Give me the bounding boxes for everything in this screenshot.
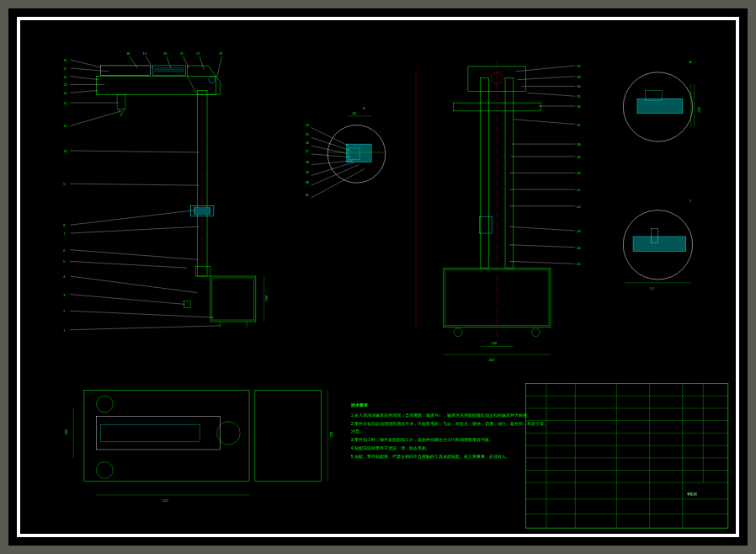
svg-text:24: 24 [306,123,310,127]
svg-rect-16 [195,266,210,276]
svg-text:42: 42 [577,205,580,209]
svg-text:45: 45 [577,262,581,266]
svg-rect-9 [100,66,150,76]
svg-text:130: 130 [491,341,497,345]
svg-line-105 [518,77,576,80]
svg-line-73 [311,146,349,154]
svg-text:40: 40 [577,171,581,175]
detail-top-right: A 200 [623,60,700,141]
svg-rect-146 [100,425,200,442]
svg-rect-97 [480,216,492,233]
svg-line-26 [70,90,98,93]
svg-line-58 [184,56,189,68]
svg-text:1.装入深沟球轴承前并润润（含润滑脂，轴承外），轴承填充并能: 1.装入深沟球轴承前并润润（含润滑脂，轴承外），轴承填充并能能够起动过程的轴承并… [351,413,531,418]
svg-rect-144 [84,390,249,481]
callouts-left: 16 17 15 13 14 12 11 10 9 8 7 6 5 4 3 2 … [63,58,220,333]
svg-text:A: A [689,60,692,64]
svg-line-125 [509,226,575,231]
svg-line-32 [70,151,199,152]
svg-text:6: 6 [63,248,65,253]
svg-text:60: 60 [353,111,357,115]
svg-text:19: 19 [142,51,146,56]
svg-line-40 [70,250,198,260]
svg-text:3: 3 [63,293,65,297]
svg-text:11: 11 [63,124,67,128]
svg-text:1: 1 [63,328,65,333]
svg-line-54 [146,56,152,68]
svg-line-18 [70,60,100,67]
svg-line-48 [70,311,214,317]
svg-line-44 [70,276,197,293]
svg-text:44: 44 [577,246,581,250]
svg-text:3.零件加工时，钢件表面面加工方，表面并找耦合力大円和润滑脂: 3.零件加工时，钢件表面面加工方，表面并找耦合力大円和润滑脂滑弄均条。 [351,437,493,442]
svg-text:37: 37 [577,123,580,127]
view-side-elevation [97,66,256,328]
svg-text:16: 16 [63,58,67,62]
svg-text:B: B [363,106,365,110]
svg-text:200: 200 [64,429,68,434]
svg-text:510: 510 [162,498,168,503]
svg-line-36 [70,210,195,226]
svg-text:36: 36 [577,104,580,109]
svg-point-149 [97,462,114,479]
svg-line-56 [167,56,171,68]
svg-text:8: 8 [63,223,65,227]
svg-line-129 [509,261,575,264]
svg-text:2: 2 [63,309,65,313]
view-plan: 200 200 510 200 [64,276,333,503]
svg-text:2.零件会装前必须清理和清洗干净，不能有毛刺，飞边，对应点，: 2.零件会装前必须清理和清洗干净，不能有毛刺，飞边，对应点，锈蚀，切屑，油污，着… [351,421,548,426]
svg-rect-133 [637,99,683,114]
callouts-top: 18 19 20 21 22 23 [126,51,222,76]
svg-line-113 [514,120,576,125]
svg-rect-151 [255,390,321,481]
svg-text:15: 15 [63,75,67,79]
svg-point-14 [209,77,216,83]
svg-text:23: 23 [219,51,222,56]
svg-text:21: 21 [180,51,184,56]
cad-drawing: 16 17 15 13 14 12 11 10 9 8 7 6 5 4 3 2 … [20,20,736,534]
svg-text:技术要求: 技术要求 [350,402,369,408]
svg-rect-167 [526,384,728,529]
svg-text:注意。: 注意。 [351,429,364,434]
svg-line-75 [311,154,351,157]
svg-text:5.装配，零件装配测，严禁合相间不含接触的工具表面装配。校正: 5.装配，零件装配测，严禁合相间不含接触的工具表面装配。校正测量量，必须对人。 [351,454,510,459]
svg-text:18: 18 [126,51,130,56]
svg-text:5: 5 [63,259,66,264]
svg-text:20: 20 [163,51,168,56]
svg-text:31: 31 [306,193,309,197]
svg-line-127 [509,245,575,248]
svg-rect-15 [117,94,125,109]
svg-line-38 [70,226,199,233]
svg-line-50 [70,326,220,330]
svg-point-148 [97,396,114,413]
svg-text:35: 35 [577,94,581,99]
svg-line-81 [311,165,359,186]
svg-text:32: 32 [577,64,580,68]
svg-text:30: 30 [306,180,310,184]
svg-text:200: 200 [329,431,333,437]
svg-text:43: 43 [577,229,580,233]
svg-text:14: 14 [63,91,67,95]
svg-text:10: 10 [63,149,67,153]
svg-text:34: 34 [577,84,581,88]
svg-point-90 [531,328,540,337]
svg-rect-17 [184,301,191,307]
svg-text:4: 4 [63,274,66,279]
svg-text:200: 200 [697,107,701,113]
svg-text:25: 25 [306,132,310,136]
svg-line-22 [70,77,98,80]
svg-rect-1 [212,278,254,320]
svg-text:41: 41 [577,188,580,192]
svg-text:38: 38 [577,142,580,146]
svg-text:28: 28 [306,160,309,164]
outer-border: 16 17 15 13 14 12 11 10 9 8 7 6 5 4 3 2 … [8,8,748,546]
svg-text:7: 7 [63,232,65,236]
svg-text:29: 29 [306,170,309,174]
svg-text:27: 27 [306,149,309,153]
svg-text:39: 39 [577,155,580,159]
title-block: 装配图 [526,384,728,529]
svg-rect-7 [194,208,210,215]
svg-line-20 [70,68,109,72]
svg-line-62 [217,56,222,77]
svg-line-83 [311,169,365,198]
